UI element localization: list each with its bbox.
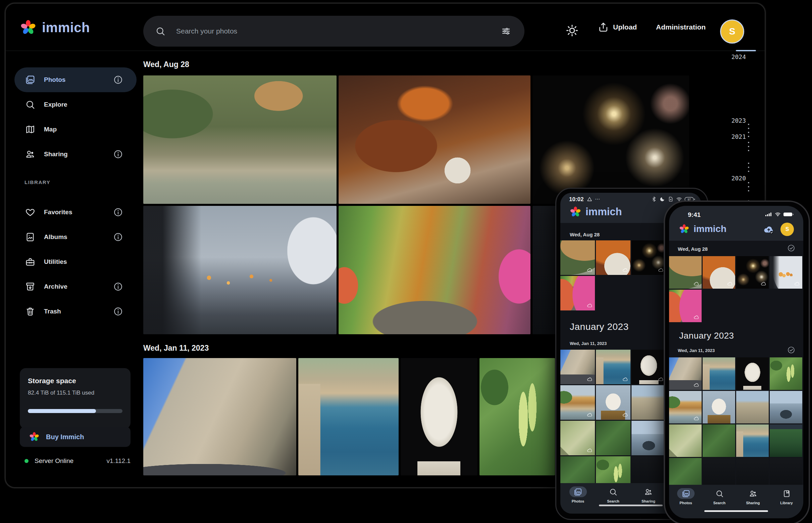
home-indicator[interactable] [599, 505, 663, 506]
cloud-backup-icon[interactable] [763, 224, 774, 235]
p1-photo-ruin[interactable] [632, 385, 666, 420]
buy-immich-button[interactable]: Buy Immich [20, 427, 131, 447]
p2-tab-photos[interactable]: Photos [669, 485, 703, 518]
p2-photo-statue[interactable] [703, 391, 735, 423]
p1-photo-bust[interactable] [632, 350, 666, 384]
photo-sea-grapes[interactable] [480, 358, 555, 475]
select-all-check-icon[interactable] [787, 346, 795, 354]
search-input[interactable]: Search your photos [143, 16, 524, 47]
info-icon[interactable] [113, 232, 123, 242]
info-icon[interactable] [113, 75, 123, 85]
p1-photo-moss[interactable] [596, 421, 630, 455]
scrubber-year[interactable]: 2020 [724, 175, 746, 182]
moon-icon [659, 196, 666, 202]
upload-button[interactable]: Upload [598, 4, 637, 51]
administration-link[interactable]: Administration [656, 4, 706, 51]
info-icon[interactable] [113, 149, 123, 159]
p2-photo-hands[interactable] [770, 256, 802, 289]
p1-photo-coast[interactable] [596, 350, 630, 384]
sidebar-item-map[interactable]: Map [14, 117, 137, 142]
scrubber-tick-group [748, 182, 749, 192]
p2-photo-fireworks[interactable] [736, 256, 769, 289]
p1-photo-fireworks[interactable] [632, 240, 666, 275]
p1-photo-statue[interactable] [596, 385, 630, 420]
select-all-check-icon[interactable] [787, 244, 795, 252]
p1-photo-lizard[interactable] [560, 421, 595, 455]
p1-photo-tower[interactable] [632, 421, 666, 455]
info-icon[interactable] [113, 306, 123, 317]
p1-tab-search[interactable]: Search [595, 483, 631, 513]
p1-tab-photos[interactable]: Photos [560, 483, 595, 513]
scrubber-year[interactable]: 2021 [724, 133, 746, 140]
p2-photo-zoo[interactable] [669, 256, 702, 289]
sidebar-item-archive[interactable]: Archive [14, 274, 137, 299]
phone2-date-heading: Wed, Jan 11, 2023 [678, 348, 715, 353]
p2-photo-autumn[interactable] [669, 290, 702, 322]
scrubber-tick-group [748, 163, 749, 172]
p1-photo-zoo[interactable] [560, 240, 595, 275]
sidebar-item-photos[interactable]: Photos [14, 67, 137, 92]
cloud-sync-icon [587, 377, 592, 382]
search-filter-icon[interactable] [501, 26, 511, 36]
cloud-sync-icon [658, 377, 664, 382]
theme-toggle-button[interactable] [565, 24, 579, 37]
scrubber-year[interactable]: 2023 [724, 117, 746, 124]
cloud-sync-icon [622, 377, 628, 382]
sidebar-item-favorites[interactable]: Favorites [14, 200, 137, 224]
phone2-status-time: 9:41 [688, 211, 701, 219]
phone1-status-time: 10:02 [569, 196, 584, 203]
p1-photo-cliff[interactable] [560, 385, 595, 420]
p1-photo-autumn[interactable] [560, 276, 595, 310]
p1-photo-fortress[interactable] [560, 350, 595, 384]
photo-fortress-wall[interactable] [143, 358, 296, 475]
phone2-brand-wordmark: immich [694, 223, 726, 234]
sidebar-item-trash[interactable]: Trash [14, 299, 137, 324]
storage-progress-track [28, 409, 122, 413]
scrubber-year[interactable]: 2024 [724, 53, 746, 60]
p2-photo-berries[interactable] [770, 357, 802, 390]
phone2-photo-row [669, 290, 702, 322]
photo-dinner-table[interactable] [339, 75, 531, 204]
phone2-user-avatar[interactable]: S [780, 222, 794, 236]
sidebar-item-utilities[interactable]: Utilities [14, 249, 137, 274]
server-status-row: Server Online v1.112.1 [20, 454, 131, 468]
photo-coastal-town[interactable] [298, 358, 399, 475]
info-icon[interactable] [113, 431, 124, 443]
sidebar-item-explore[interactable]: Explore [14, 92, 137, 117]
phone1-status-left-icons: ⋯ [587, 196, 600, 202]
photo-holding-hands[interactable] [143, 206, 336, 334]
storage-progress-fill [28, 409, 96, 413]
p2-photo-lizard[interactable] [669, 425, 702, 457]
sidebar-item-albums[interactable]: Albums [14, 224, 137, 249]
p2-photo-tree[interactable] [770, 425, 802, 457]
p2-tab-sharing[interactable]: Sharing [736, 485, 770, 518]
p2-photo-moss[interactable] [703, 425, 735, 457]
p2-tab-library[interactable]: Library [770, 485, 803, 518]
photo-autumn-path[interactable] [339, 206, 531, 334]
home-indicator[interactable] [704, 510, 768, 512]
p2-photo-cliff[interactable] [669, 391, 702, 423]
immich-flower-icon [29, 431, 40, 443]
immich-logo[interactable]: immich [19, 18, 90, 37]
p2-photo-coast[interactable] [703, 357, 735, 390]
photo-fireworks[interactable] [533, 75, 689, 204]
p2-photo-bust[interactable] [736, 357, 769, 390]
photo-marble-bust[interactable] [401, 358, 478, 475]
wifi-icon [775, 211, 781, 217]
info-icon[interactable] [113, 207, 123, 217]
p2-photo-coast-2[interactable] [736, 425, 769, 457]
p2-photo-bridge[interactable] [770, 391, 802, 423]
p1-photo-dinner[interactable] [596, 240, 630, 275]
info-icon[interactable] [113, 282, 123, 292]
p2-photo-fortress[interactable] [669, 357, 702, 390]
photo-zoo-monkeys[interactable] [143, 75, 336, 204]
phone1-brand-wordmark: immich [586, 206, 622, 218]
p2-tab-search[interactable]: Search [703, 485, 736, 518]
page: { "brand": {"name": "immich"}, "header":… [0, 0, 812, 523]
user-avatar[interactable]: S [720, 19, 744, 43]
sidebar-item-sharing[interactable]: Sharing [14, 142, 137, 167]
phone2-photo-row [669, 256, 802, 289]
p2-photo-ruin[interactable] [736, 391, 769, 423]
p1-tab-sharing[interactable]: Sharing [631, 483, 666, 513]
p2-photo-dinner[interactable] [703, 256, 735, 289]
